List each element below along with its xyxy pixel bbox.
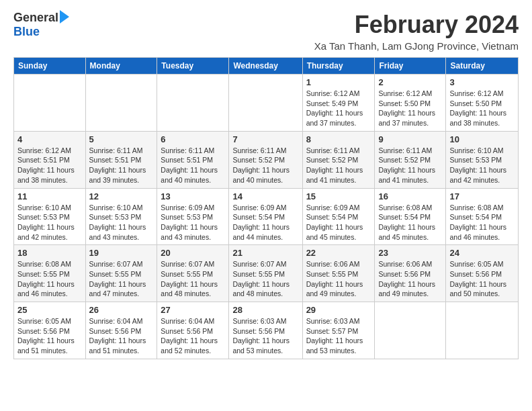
calendar-cell: 15Sunrise: 6:09 AMSunset: 5:54 PMDayligh… bbox=[302, 188, 375, 245]
calendar-cell: 29Sunrise: 6:03 AMSunset: 5:57 PMDayligh… bbox=[302, 302, 375, 359]
calendar-cell: 10Sunrise: 6:10 AMSunset: 5:53 PMDayligh… bbox=[446, 131, 519, 188]
day-info: Sunrise: 6:11 AMSunset: 5:52 PMDaylight:… bbox=[232, 146, 298, 185]
day-number: 29 bbox=[306, 305, 371, 315]
day-number: 27 bbox=[161, 305, 225, 315]
day-number: 3 bbox=[449, 77, 515, 87]
day-info: Sunrise: 6:07 AMSunset: 5:55 PMDaylight:… bbox=[161, 259, 225, 299]
header-tuesday: Tuesday bbox=[157, 58, 229, 75]
day-info: Sunrise: 6:06 AMSunset: 5:55 PMDaylight:… bbox=[306, 259, 371, 299]
calendar-cell bbox=[14, 75, 86, 132]
title-area: February 2024 Xa Tan Thanh, Lam GJong Pr… bbox=[314, 11, 519, 52]
day-number: 11 bbox=[17, 191, 82, 201]
calendar-week-3: 11Sunrise: 6:10 AMSunset: 5:53 PMDayligh… bbox=[14, 188, 519, 245]
day-info: Sunrise: 6:04 AMSunset: 5:56 PMDaylight:… bbox=[161, 316, 225, 356]
header-wednesday: Wednesday bbox=[229, 58, 302, 75]
day-info: Sunrise: 6:08 AMSunset: 5:54 PMDaylight:… bbox=[378, 203, 442, 242]
day-number: 13 bbox=[161, 191, 225, 201]
day-info: Sunrise: 6:09 AMSunset: 5:54 PMDaylight:… bbox=[232, 203, 298, 242]
day-number: 25 bbox=[17, 305, 82, 315]
calendar-cell: 18Sunrise: 6:08 AMSunset: 5:55 PMDayligh… bbox=[14, 245, 86, 302]
day-info: Sunrise: 6:07 AMSunset: 5:55 PMDaylight:… bbox=[89, 259, 154, 299]
day-number: 16 bbox=[378, 191, 442, 201]
day-info: Sunrise: 6:07 AMSunset: 5:55 PMDaylight:… bbox=[232, 259, 298, 299]
header-thursday: Thursday bbox=[302, 58, 375, 75]
calendar-week-5: 25Sunrise: 6:05 AMSunset: 5:56 PMDayligh… bbox=[14, 302, 519, 359]
calendar-cell: 28Sunrise: 6:03 AMSunset: 5:56 PMDayligh… bbox=[229, 302, 302, 359]
calendar-cell: 2Sunrise: 6:12 AMSunset: 5:50 PMDaylight… bbox=[375, 75, 446, 132]
day-number: 21 bbox=[232, 248, 298, 258]
page-header: General Blue February 2024 Xa Tan Thanh,… bbox=[13, 11, 519, 52]
calendar-cell: 4Sunrise: 6:12 AMSunset: 5:51 PMDaylight… bbox=[14, 131, 86, 188]
day-number: 8 bbox=[306, 134, 371, 144]
day-info: Sunrise: 6:11 AMSunset: 5:52 PMDaylight:… bbox=[306, 146, 371, 185]
day-number: 7 bbox=[232, 134, 298, 144]
calendar-cell: 27Sunrise: 6:04 AMSunset: 5:56 PMDayligh… bbox=[157, 302, 229, 359]
calendar-cell: 3Sunrise: 6:12 AMSunset: 5:50 PMDaylight… bbox=[446, 75, 519, 132]
calendar-table: SundayMondayTuesdayWednesdayThursdayFrid… bbox=[13, 57, 519, 359]
calendar-cell: 13Sunrise: 6:09 AMSunset: 5:53 PMDayligh… bbox=[157, 188, 229, 245]
calendar-cell: 7Sunrise: 6:11 AMSunset: 5:52 PMDaylight… bbox=[229, 131, 302, 188]
calendar-cell: 5Sunrise: 6:11 AMSunset: 5:51 PMDaylight… bbox=[85, 131, 157, 188]
day-info: Sunrise: 6:03 AMSunset: 5:56 PMDaylight:… bbox=[232, 316, 298, 356]
header-sunday: Sunday bbox=[14, 58, 86, 75]
calendar-cell: 11Sunrise: 6:10 AMSunset: 5:53 PMDayligh… bbox=[14, 188, 86, 245]
day-info: Sunrise: 6:08 AMSunset: 5:55 PMDaylight:… bbox=[17, 259, 82, 299]
calendar-cell: 22Sunrise: 6:06 AMSunset: 5:55 PMDayligh… bbox=[302, 245, 375, 302]
day-number: 17 bbox=[449, 191, 515, 201]
day-info: Sunrise: 6:09 AMSunset: 5:53 PMDaylight:… bbox=[161, 203, 225, 242]
day-number: 6 bbox=[161, 134, 225, 144]
day-info: Sunrise: 6:12 AMSunset: 5:50 PMDaylight:… bbox=[378, 89, 442, 128]
calendar-cell bbox=[157, 75, 229, 132]
calendar-cell: 16Sunrise: 6:08 AMSunset: 5:54 PMDayligh… bbox=[375, 188, 446, 245]
calendar-cell: 20Sunrise: 6:07 AMSunset: 5:55 PMDayligh… bbox=[157, 245, 229, 302]
calendar-week-4: 18Sunrise: 6:08 AMSunset: 5:55 PMDayligh… bbox=[14, 245, 519, 302]
day-number: 23 bbox=[378, 248, 442, 258]
day-number: 12 bbox=[89, 191, 154, 201]
calendar-cell: 17Sunrise: 6:08 AMSunset: 5:54 PMDayligh… bbox=[446, 188, 519, 245]
day-info: Sunrise: 6:12 AMSunset: 5:51 PMDaylight:… bbox=[17, 146, 82, 185]
day-number: 24 bbox=[449, 248, 515, 258]
logo-blue-text: Blue bbox=[13, 25, 40, 39]
calendar-cell: 26Sunrise: 6:04 AMSunset: 5:56 PMDayligh… bbox=[85, 302, 157, 359]
day-number: 14 bbox=[232, 191, 298, 201]
day-number: 4 bbox=[17, 134, 82, 144]
calendar-cell: 6Sunrise: 6:11 AMSunset: 5:51 PMDaylight… bbox=[157, 131, 229, 188]
logo-arrow-icon bbox=[60, 10, 69, 24]
day-number: 19 bbox=[89, 248, 154, 258]
day-number: 28 bbox=[232, 305, 298, 315]
day-number: 9 bbox=[378, 134, 442, 144]
logo: General Blue bbox=[13, 11, 69, 39]
day-info: Sunrise: 6:12 AMSunset: 5:50 PMDaylight:… bbox=[449, 89, 515, 128]
header-monday: Monday bbox=[85, 58, 157, 75]
calendar-cell bbox=[229, 75, 302, 132]
calendar-cell: 23Sunrise: 6:06 AMSunset: 5:56 PMDayligh… bbox=[375, 245, 446, 302]
day-number: 5 bbox=[89, 134, 154, 144]
day-number: 10 bbox=[449, 134, 515, 144]
day-info: Sunrise: 6:04 AMSunset: 5:56 PMDaylight:… bbox=[89, 316, 154, 356]
day-number: 22 bbox=[306, 248, 371, 258]
calendar-cell: 25Sunrise: 6:05 AMSunset: 5:56 PMDayligh… bbox=[14, 302, 86, 359]
calendar-cell: 21Sunrise: 6:07 AMSunset: 5:55 PMDayligh… bbox=[229, 245, 302, 302]
day-number: 26 bbox=[89, 305, 154, 315]
calendar-cell bbox=[375, 302, 446, 359]
day-info: Sunrise: 6:10 AMSunset: 5:53 PMDaylight:… bbox=[17, 203, 82, 242]
calendar-cell: 1Sunrise: 6:12 AMSunset: 5:49 PMDaylight… bbox=[302, 75, 375, 132]
calendar-cell bbox=[446, 302, 519, 359]
day-info: Sunrise: 6:09 AMSunset: 5:54 PMDaylight:… bbox=[306, 203, 371, 242]
day-info: Sunrise: 6:05 AMSunset: 5:56 PMDaylight:… bbox=[17, 316, 82, 356]
day-number: 20 bbox=[161, 248, 225, 258]
header-friday: Friday bbox=[375, 58, 446, 75]
day-info: Sunrise: 6:03 AMSunset: 5:57 PMDaylight:… bbox=[306, 316, 371, 356]
day-info: Sunrise: 6:06 AMSunset: 5:56 PMDaylight:… bbox=[378, 259, 442, 299]
day-number: 15 bbox=[306, 191, 371, 201]
day-info: Sunrise: 6:10 AMSunset: 5:53 PMDaylight:… bbox=[449, 146, 515, 185]
location-subtitle: Xa Tan Thanh, Lam GJong Province, Vietna… bbox=[314, 40, 519, 52]
day-info: Sunrise: 6:11 AMSunset: 5:51 PMDaylight:… bbox=[89, 146, 154, 185]
calendar-cell: 24Sunrise: 6:05 AMSunset: 5:56 PMDayligh… bbox=[446, 245, 519, 302]
calendar-week-1: 1Sunrise: 6:12 AMSunset: 5:49 PMDaylight… bbox=[14, 75, 519, 132]
day-info: Sunrise: 6:12 AMSunset: 5:49 PMDaylight:… bbox=[306, 89, 371, 128]
calendar-cell: 14Sunrise: 6:09 AMSunset: 5:54 PMDayligh… bbox=[229, 188, 302, 245]
calendar-week-2: 4Sunrise: 6:12 AMSunset: 5:51 PMDaylight… bbox=[14, 131, 519, 188]
day-info: Sunrise: 6:05 AMSunset: 5:56 PMDaylight:… bbox=[449, 259, 515, 299]
header-saturday: Saturday bbox=[446, 58, 519, 75]
